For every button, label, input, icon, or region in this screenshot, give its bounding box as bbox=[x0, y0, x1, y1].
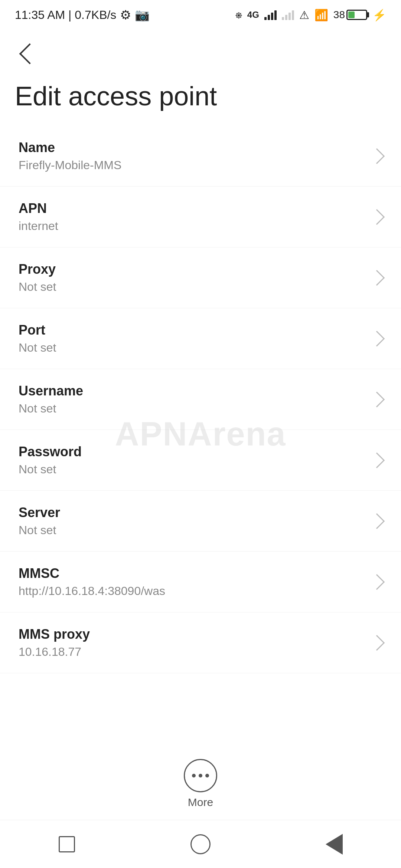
top-navigation bbox=[0, 30, 401, 74]
bluetooth-icon: ⎈ bbox=[235, 9, 242, 21]
settings-label-username: Username bbox=[19, 383, 364, 399]
battery-container: 38 bbox=[333, 9, 367, 21]
chevron-right-icon-mms-proxy bbox=[369, 635, 385, 650]
network-4g-icon: 4G bbox=[247, 10, 259, 20]
settings-value-port: Not set bbox=[19, 341, 364, 355]
time-display: 11:35 AM | 0.7KB/s bbox=[15, 8, 116, 22]
chevron-right-icon-mmsc bbox=[369, 574, 385, 589]
charging-icon: ⚡ bbox=[372, 9, 386, 22]
settings-item-content-apn: APN internet bbox=[19, 201, 364, 233]
circle-icon bbox=[190, 834, 211, 854]
settings-label-mmsc: MMSC bbox=[19, 566, 364, 581]
chevron-right-icon-name bbox=[369, 148, 385, 164]
chevron-right-icon-proxy bbox=[369, 270, 385, 285]
more-label: More bbox=[188, 796, 213, 809]
status-bar: 11:35 AM | 0.7KB/s ⚙ 📷 ⎈ 4G ⚠ 📶 38 ⚡ bbox=[0, 0, 401, 30]
settings-item-password[interactable]: Password Not set bbox=[0, 430, 401, 491]
back-arrow-icon bbox=[19, 43, 40, 65]
settings-value-mms-proxy: 10.16.18.77 bbox=[19, 645, 364, 659]
settings-item-name[interactable]: Name Firefly-Mobile-MMS bbox=[0, 126, 401, 187]
settings-item-apn[interactable]: APN internet bbox=[0, 187, 401, 247]
settings-item-content-port: Port Not set bbox=[19, 322, 364, 355]
more-button[interactable]: More bbox=[184, 759, 217, 809]
chevron-right-icon-port bbox=[369, 331, 385, 346]
settings-value-name: Firefly-Mobile-MMS bbox=[19, 158, 364, 172]
battery-percent: 38 bbox=[333, 9, 345, 21]
camera-icon: 📷 bbox=[135, 8, 150, 22]
settings-label-mms-proxy: MMS proxy bbox=[19, 627, 364, 642]
settings-item-content-mmsc: MMSC http://10.16.18.4:38090/was bbox=[19, 566, 364, 598]
settings-item-port[interactable]: Port Not set bbox=[0, 308, 401, 369]
settings-value-password: Not set bbox=[19, 463, 364, 476]
signal-bars-1 bbox=[264, 10, 277, 20]
settings-item-content-username: Username Not set bbox=[19, 383, 364, 415]
bottom-navigation bbox=[0, 820, 401, 868]
wifi-icon: 📶 bbox=[314, 9, 328, 22]
settings-value-apn: internet bbox=[19, 219, 364, 233]
settings-list: Name Firefly-Mobile-MMS APN internet Pro… bbox=[0, 126, 401, 673]
page-title-container: Edit access point bbox=[0, 74, 401, 126]
more-circle-icon bbox=[184, 759, 217, 792]
settings-item-mmsc[interactable]: MMSC http://10.16.18.4:38090/was bbox=[0, 552, 401, 612]
triangle-icon bbox=[326, 834, 343, 855]
dot-3 bbox=[205, 774, 209, 777]
back-button[interactable] bbox=[15, 41, 41, 67]
settings-label-proxy: Proxy bbox=[19, 262, 364, 277]
settings-label-apn: APN bbox=[19, 201, 364, 216]
settings-label-server: Server bbox=[19, 505, 364, 520]
home-button[interactable] bbox=[182, 829, 219, 859]
settings-item-content-password: Password Not set bbox=[19, 444, 364, 476]
settings-item-content-mms-proxy: MMS proxy 10.16.18.77 bbox=[19, 627, 364, 659]
dot-2 bbox=[199, 774, 202, 777]
status-bar-right: ⎈ 4G ⚠ 📶 38 ⚡ bbox=[235, 9, 386, 22]
settings-item-username[interactable]: Username Not set bbox=[0, 369, 401, 430]
chevron-right-icon-server bbox=[369, 513, 385, 529]
back-nav-button[interactable] bbox=[316, 829, 353, 859]
settings-item-content-name: Name Firefly-Mobile-MMS bbox=[19, 140, 364, 172]
settings-value-username: Not set bbox=[19, 402, 364, 415]
page-title: Edit access point bbox=[15, 82, 386, 111]
settings-item-mms-proxy[interactable]: MMS proxy 10.16.18.77 bbox=[0, 612, 401, 673]
chevron-right-icon-password bbox=[369, 452, 385, 468]
dot-1 bbox=[192, 774, 196, 777]
signal-bars-2 bbox=[282, 10, 294, 20]
settings-icon: ⚙ bbox=[120, 7, 131, 22]
settings-label-name: Name bbox=[19, 140, 364, 155]
battery-icon bbox=[346, 10, 367, 20]
settings-label-password: Password bbox=[19, 444, 364, 460]
settings-value-proxy: Not set bbox=[19, 280, 364, 294]
chevron-right-icon-apn bbox=[369, 209, 385, 224]
settings-item-proxy[interactable]: Proxy Not set bbox=[0, 247, 401, 308]
settings-label-port: Port bbox=[19, 322, 364, 338]
status-bar-left: 11:35 AM | 0.7KB/s ⚙ 📷 bbox=[15, 7, 150, 22]
settings-item-server[interactable]: Server Not set bbox=[0, 491, 401, 552]
square-icon bbox=[59, 836, 75, 852]
settings-value-server: Not set bbox=[19, 523, 364, 537]
settings-item-content-proxy: Proxy Not set bbox=[19, 262, 364, 294]
chevron-right-icon-username bbox=[369, 391, 385, 407]
wifi-cross-icon: ⚠ bbox=[299, 9, 309, 22]
battery-fill bbox=[348, 11, 355, 18]
recent-apps-button[interactable] bbox=[48, 829, 85, 859]
settings-item-content-server: Server Not set bbox=[19, 505, 364, 537]
settings-value-mmsc: http://10.16.18.4:38090/was bbox=[19, 584, 364, 598]
three-dots-icon bbox=[192, 774, 209, 777]
